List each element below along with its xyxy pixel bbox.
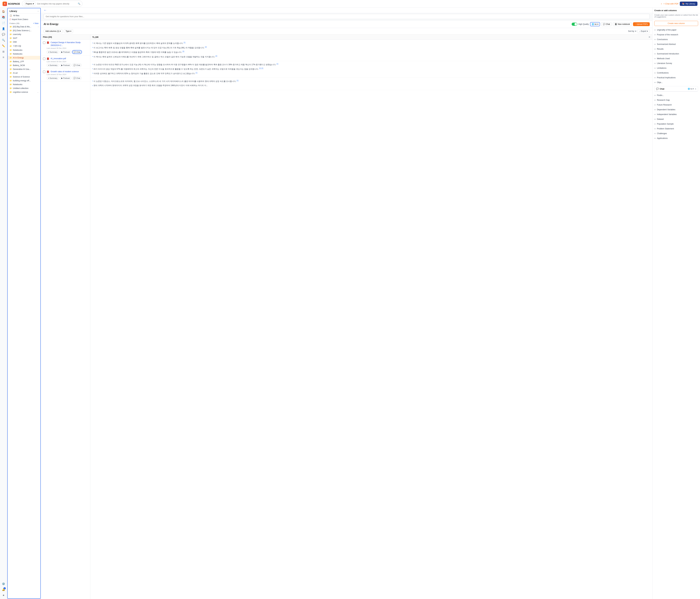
file-2-title[interactable]: Growth rates of modern science: [51, 70, 79, 73]
file-0-podcast-btn[interactable]: ▶ Podcast: [60, 50, 71, 54]
sidebar-folder-notebooks2[interactable]: 📁Notebooks: [8, 82, 41, 86]
ref-num[interactable]: [1]: [237, 80, 239, 81]
col-option-9[interactable]: +Contributions: [652, 71, 700, 75]
sidebar-folder-untitled[interactable]: 📁Untitled collection: [8, 86, 41, 90]
person-icon-btn[interactable]: 👤: [1, 26, 6, 31]
sidebar-folder-science[interactable]: 📁Science of Science: [8, 75, 41, 79]
file-1-title[interactable]: AI_innovation.pdf: [51, 57, 66, 60]
col-option-findin[interactable]: +Findin...: [652, 93, 700, 98]
sidebar-item-import-zotero[interactable]: Z Import from Zotero: [8, 18, 41, 21]
col-option-12[interactable]: +Research Gap: [652, 98, 700, 102]
star-icon-btn[interactable]: ★: [1, 593, 6, 598]
upload-pdfs-button[interactable]: ↑ Upload PDFs: [633, 22, 650, 26]
new-folder-button[interactable]: + New: [33, 22, 39, 25]
ref-num[interactable]: [1]: [196, 72, 197, 74]
sidebar-folder-gen-ai[interactable]: 📁Generative AI Usa...: [8, 67, 41, 71]
list-icon-btn[interactable]: ≡: [1, 55, 6, 60]
settings-icon-btn[interactable]: ⚙️: [1, 581, 6, 586]
sidebar-folder-1[interactable]: 📁[01] Data Science (...: [8, 29, 41, 32]
ref-num[interactable]: [1]: [259, 68, 261, 69]
file-2-chat-btn[interactable]: 💬 Chat: [72, 76, 81, 80]
col-option-0[interactable]: +originality of the paper: [652, 27, 700, 32]
col-option-4[interactable]: +Results: [652, 47, 700, 51]
create-new-column-button[interactable]: Create new column: [654, 21, 698, 26]
file-0-summary-btn[interactable]: ≡ Summary: [47, 50, 59, 54]
file-1-checkbox[interactable]: [43, 57, 45, 60]
search-input[interactable]: [37, 3, 77, 5]
sidebar-folder-7[interactable]: 📁Notebooks: [8, 52, 41, 56]
file-0-checkbox[interactable]: [43, 42, 45, 44]
sidebar-collapse-icon[interactable]: ‹: [38, 10, 39, 13]
export-button[interactable]: ↓ Export ▾: [638, 29, 650, 33]
library-icon-btn[interactable]: 📚: [1, 15, 6, 20]
col-option-20[interactable]: +Applications: [652, 136, 700, 141]
col-option-3[interactable]: +Summarized Abstract: [652, 42, 700, 47]
pen-icon-btn[interactable]: ✏️: [1, 43, 6, 48]
ref-num[interactable]: [1]: [276, 63, 278, 65]
col-option-8[interactable]: +Limitations: [652, 66, 700, 71]
file-2-summary-btn[interactable]: ≡ Summary: [47, 77, 59, 80]
sidebar-folder-2[interactable]: 📁coercivity: [8, 32, 41, 36]
col-option-5[interactable]: +Summarized Introduction: [652, 51, 700, 56]
sidebar-folder-energy[interactable]: 📁building energy eff...: [8, 79, 41, 82]
sidebar-folder-3[interactable]: 📁SAIT: [8, 36, 41, 40]
col-option-15[interactable]: +Independent Variables: [652, 112, 700, 117]
sidebar-folder-4[interactable]: 📁OIM: [8, 40, 41, 44]
language-button[interactable]: 🌐 ko ▾: [590, 22, 600, 26]
new-notebook-button[interactable]: 📓 New notebook: [613, 22, 632, 26]
doc-icon-btn[interactable]: 📄: [1, 20, 6, 25]
file-1-chat-btn[interactable]: 💬 Chat: [72, 64, 81, 67]
sidebar-folder-battery-ncm[interactable]: 📁Battery_NCM: [8, 64, 41, 67]
file-0-title[interactable]: Catalyst Design A Narrative Study-260320…: [51, 41, 88, 47]
chat-icon-btn[interactable]: 💬: [1, 32, 6, 37]
sidebar-folder-6[interactable]: 📁Notebooks: [8, 48, 41, 52]
search-icon-btn[interactable]: 🔍: [1, 38, 6, 43]
ref-num[interactable]: [2]: [216, 55, 217, 57]
sort-button[interactable]: Sort by: ▾: [628, 30, 636, 32]
sidebar-folder-5[interactable]: 📁기본사업: [8, 44, 41, 48]
tldr-close-icon[interactable]: ✕: [648, 36, 650, 38]
sidebar-item-all-files[interactable]: 📋 All files: [8, 14, 41, 18]
file-2-checkbox[interactable]: [43, 71, 45, 73]
col-option-1[interactable]: +Purpose of the research: [652, 32, 700, 37]
col-option-16[interactable]: +Dataset: [652, 117, 700, 122]
logo[interactable]: S SCISPACE: [3, 2, 20, 6]
chat-collapse-icon[interactable]: ∧: [695, 88, 696, 90]
col-option-19[interactable]: +Challenges: [652, 131, 700, 136]
col-option-13[interactable]: +Future Research: [652, 102, 700, 107]
col-option-2[interactable]: +Conclusions: [652, 37, 700, 42]
col-option-14[interactable]: +Dependent Variables: [652, 107, 700, 112]
high-quality-toggle[interactable]: [572, 23, 577, 26]
add-columns-button[interactable]: Add columns (1) ▾: [44, 29, 62, 33]
chat-small-button[interactable]: 💬 Chat: [601, 22, 612, 26]
query-input[interactable]: [44, 14, 650, 19]
papers-button[interactable]: Papers ▾: [24, 2, 36, 6]
sidebar-folder-ai-energy[interactable]: 📁 AI in Energy: [8, 56, 41, 60]
col-option-11[interactable]: +Obje...: [652, 80, 700, 85]
chat-with-pdf-button[interactable]: ＋ + Chat with PDF: [660, 2, 678, 5]
sidebar-folder-ai-art[interactable]: 📁AI art: [8, 71, 41, 75]
file-1-summary-btn[interactable]: ≡ Summary: [47, 64, 59, 67]
file-0-chat-btn[interactable]: 💬 Chat: [72, 50, 82, 54]
chat-lang-button[interactable]: 🌐 ko ▾: [688, 88, 694, 90]
ref-num[interactable]: [3]: [182, 51, 184, 52]
ref-num[interactable]: [2]: [205, 46, 207, 48]
search-bar[interactable]: Papers ▾ 🔍: [22, 1, 82, 7]
sidebar-folder-battery-lfp[interactable]: 📁Battery_LFP: [8, 60, 41, 64]
sidebar-folder-cognitive[interactable]: 📁cognitive science⌄: [8, 90, 41, 94]
file-1-podcast-btn[interactable]: ▶ Podcast: [60, 64, 71, 67]
col-option-10[interactable]: +Practical Implications: [652, 75, 700, 80]
notification-icon-btn[interactable]: 🔔 2: [1, 587, 6, 592]
col-option-7[interactable]: +Literature Survey: [652, 61, 700, 66]
my-library-button[interactable]: 📚 My Library: [680, 2, 697, 6]
type-filter-button[interactable]: Type ▾: [64, 29, 73, 33]
col-option-18[interactable]: +Problem Statement: [652, 126, 700, 131]
home-icon-btn[interactable]: 🏠: [1, 9, 6, 14]
sidebar-folder-0[interactable]: 📁[02] Big Data & Ma...›: [8, 25, 41, 29]
ref-num[interactable]: [1]: [183, 42, 185, 44]
ref-num[interactable]: [2]: [261, 68, 263, 69]
grid-icon-btn[interactable]: ⊞: [1, 49, 6, 54]
col-option-17[interactable]: +Population Sample: [652, 122, 700, 126]
file-2-podcast-btn[interactable]: ▶ Podcast: [60, 76, 71, 80]
col-option-6[interactable]: +Methods Used: [652, 56, 700, 61]
